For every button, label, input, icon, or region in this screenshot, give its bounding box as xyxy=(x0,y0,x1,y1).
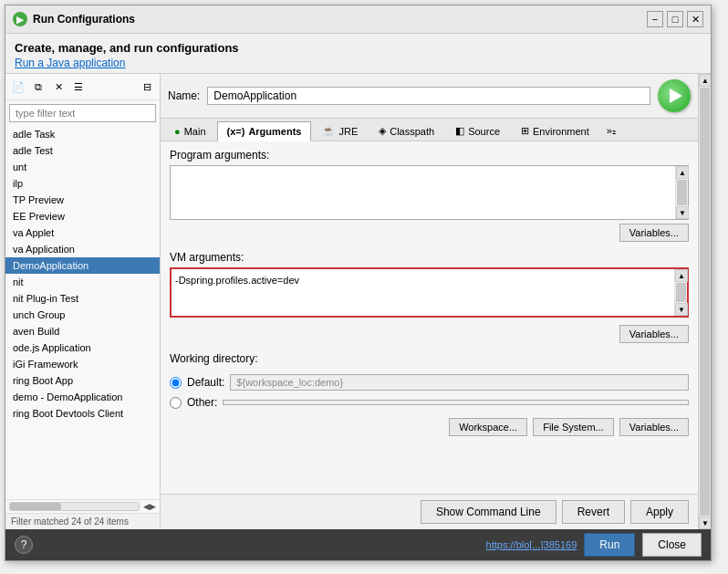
filter-input[interactable] xyxy=(9,104,156,122)
collapse-button[interactable]: ⊟ xyxy=(138,78,156,96)
tab-main[interactable]: ● Main xyxy=(164,121,216,141)
other-radio[interactable] xyxy=(170,397,182,409)
new-config-button[interactable]: 📄 xyxy=(9,78,27,96)
tab-classpath[interactable]: ◈ Classpath xyxy=(369,120,444,141)
tab-environment[interactable]: ⊞ Environment xyxy=(511,120,599,141)
list-item[interactable]: ilp xyxy=(5,175,160,192)
show-command-button[interactable]: Show Command Line xyxy=(421,500,556,524)
close-button[interactable]: ✕ xyxy=(687,11,703,27)
list-item[interactable]: adle Test xyxy=(5,142,160,159)
left-panel: 📄 ⧉ ✕ ☰ ⊟ adle Task adle Test unt ilp TP… xyxy=(5,74,161,529)
vm-arguments-label: VM arguments: xyxy=(170,251,689,264)
left-toolbar: 📄 ⧉ ✕ ☰ ⊟ xyxy=(5,74,160,100)
tab-more[interactable]: »₂ xyxy=(600,120,622,141)
other-radio-row: Other: xyxy=(170,396,689,409)
list-item[interactable]: nit Plug-in Test xyxy=(5,290,160,307)
list-item[interactable]: ring Boot App xyxy=(5,372,160,389)
list-item[interactable]: demo - DemoApplication xyxy=(5,389,160,405)
tab-source-label: Source xyxy=(468,126,500,137)
right-scroll-up[interactable]: ▲ xyxy=(699,74,711,87)
revert-button[interactable]: Revert xyxy=(562,500,625,524)
default-radio-row: Default: ${workspace_loc:demo} xyxy=(170,374,689,391)
action-bar: Show Command Line Revert Apply xyxy=(161,494,698,529)
window-title: Run Configurations xyxy=(33,13,135,26)
tabs-bar: ● Main (x=) Arguments ☕ JRE ◈ Classpath xyxy=(161,119,698,141)
variables-button[interactable]: Variables... xyxy=(619,418,689,436)
tab-environment-label: Environment xyxy=(533,126,589,137)
run-button[interactable]: Run xyxy=(584,533,635,557)
close-button[interactable]: Close xyxy=(642,533,702,557)
other-value xyxy=(223,400,689,405)
workspace-button[interactable]: Workspace... xyxy=(449,418,527,436)
scroll-down-arrow[interactable]: ▼ xyxy=(676,206,689,219)
tab-source[interactable]: ◧ Source xyxy=(445,120,510,141)
program-arguments-input[interactable] xyxy=(171,166,675,219)
main-tab-icon: ● xyxy=(174,126,181,137)
list-item[interactable]: adle Task xyxy=(5,126,160,142)
classpath-tab-icon: ◈ xyxy=(379,125,386,137)
list-item[interactable]: va Application xyxy=(5,241,160,257)
vm-scroll-down[interactable]: ▼ xyxy=(675,303,688,316)
default-radio-label: Default: xyxy=(187,376,224,389)
tab-arguments[interactable]: (x=) Arguments xyxy=(217,121,312,141)
vm-arguments-box: ▲ ▼ xyxy=(170,267,689,318)
tab-arguments-label: Arguments xyxy=(248,126,301,137)
vm-args-scrollbar[interactable]: ▲ ▼ xyxy=(674,269,687,316)
list-item[interactable]: nit xyxy=(5,274,160,290)
tab-classpath-label: Classpath xyxy=(390,126,434,137)
footer-link[interactable]: https://blo[...]385169 xyxy=(486,539,577,550)
program-arguments-label: Program arguments: xyxy=(170,149,689,162)
source-tab-icon: ◧ xyxy=(455,125,464,137)
scroll-up-arrow[interactable]: ▲ xyxy=(676,166,689,179)
default-radio[interactable] xyxy=(170,377,182,389)
minimize-button[interactable]: − xyxy=(647,11,663,27)
right-panel-scrollbar[interactable]: ▲ ▼ xyxy=(698,74,711,529)
name-input[interactable] xyxy=(207,87,650,105)
list-item[interactable]: iGi Framework xyxy=(5,356,160,372)
vm-scroll-up[interactable]: ▲ xyxy=(675,269,688,282)
jre-tab-icon: ☕ xyxy=(322,125,335,137)
program-arguments-box: ▲ ▼ xyxy=(170,165,689,220)
tab-jre-label: JRE xyxy=(338,126,358,137)
other-radio-label: Other: xyxy=(187,396,217,409)
list-item[interactable]: ring Boot Devtools Client xyxy=(5,405,160,422)
list-item[interactable]: unt xyxy=(5,159,160,175)
filesystem-button[interactable]: File System... xyxy=(533,418,614,436)
program-args-variables-button[interactable]: Variables... xyxy=(619,224,689,242)
delete-button[interactable]: ✕ xyxy=(49,78,68,96)
list-item[interactable]: va Applet xyxy=(5,224,160,241)
vm-scroll-thumb xyxy=(676,283,686,302)
tree-list: adle Task adle Test unt ilp TP Preview E… xyxy=(5,126,160,499)
run-now-button[interactable] xyxy=(658,79,691,112)
tab-jre[interactable]: ☕ JRE xyxy=(312,120,368,141)
horizontal-scrollbar[interactable] xyxy=(9,502,140,511)
right-scroll-down[interactable]: ▼ xyxy=(699,517,711,529)
app-icon: ▶ xyxy=(13,12,27,26)
list-item[interactable]: ode.js Application xyxy=(5,339,160,356)
list-item[interactable]: TP Preview xyxy=(5,192,160,208)
restore-button[interactable]: □ xyxy=(667,11,683,27)
run-arrow-icon xyxy=(670,89,682,103)
right-scroll-thumb xyxy=(700,88,710,516)
name-row: Name: xyxy=(161,74,698,119)
list-item[interactable]: aven Build xyxy=(5,323,160,339)
vm-arguments-input[interactable] xyxy=(172,269,672,291)
program-args-scrollbar[interactable]: ▲ ▼ xyxy=(675,166,688,219)
vm-args-variables-button[interactable]: Variables... xyxy=(619,325,689,343)
arguments-tab-icon: (x=) xyxy=(227,126,245,137)
footer-bar: ? https://blo[...]385169 Run Close xyxy=(5,529,711,560)
apply-button[interactable]: Apply xyxy=(630,500,689,524)
help-button[interactable]: ? xyxy=(15,536,33,554)
selected-list-item[interactable]: DemoApplication xyxy=(5,257,160,274)
filter-button[interactable]: ☰ xyxy=(69,78,88,96)
list-item[interactable]: unch Group xyxy=(5,307,160,323)
vm-arguments-section: VM arguments: ▲ ▼ Variables... xyxy=(170,251,689,343)
header-title: Create, manage, and run configurations xyxy=(15,41,702,55)
duplicate-button[interactable]: ⧉ xyxy=(29,78,47,96)
default-value: ${workspace_loc:demo} xyxy=(230,374,689,391)
right-panel: Name: ● Main (x=) Arguments xyxy=(161,74,698,529)
header-subtitle[interactable]: Run a Java application xyxy=(15,57,702,69)
directory-buttons: Workspace... File System... Variables... xyxy=(170,418,689,436)
list-item[interactable]: EE Preview xyxy=(5,208,160,224)
environment-tab-icon: ⊞ xyxy=(521,125,529,137)
